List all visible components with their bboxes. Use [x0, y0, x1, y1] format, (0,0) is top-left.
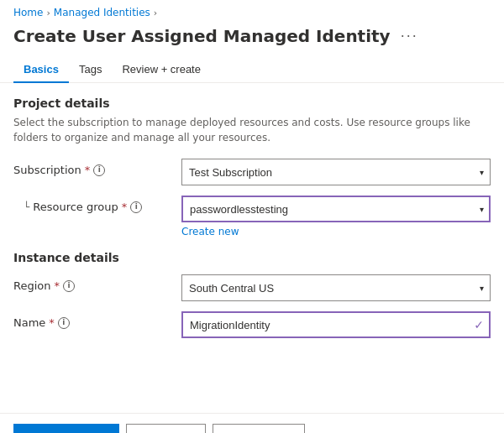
tab-review-create[interactable]: Review + create [112, 56, 211, 82]
subscription-label: Subscription * i [13, 164, 181, 176]
name-label-col: Name * i [13, 311, 181, 329]
subscription-select-wrapper: Test Subscription ▾ [181, 159, 491, 185]
subscription-control: Test Subscription ▾ [181, 159, 491, 185]
resource-group-label-col: Resource group * i [13, 196, 181, 213]
name-input[interactable] [181, 311, 491, 338]
next-button[interactable]: Next : Tags > [213, 424, 305, 433]
name-group: Name * i ✓ [13, 311, 491, 338]
breadcrumb: Home › Managed Identities › [0, 0, 504, 22]
create-new-link[interactable]: Create new [181, 226, 239, 237]
previous-button[interactable]: < Previous [126, 424, 207, 433]
subscription-group: Subscription * i Test Subscription ▾ [13, 159, 491, 185]
subscription-label-col: Subscription * i [13, 159, 181, 176]
more-options-button[interactable]: ··· [397, 25, 422, 46]
breadcrumb-sep-1: › [46, 8, 50, 18]
region-select[interactable]: South Central US [181, 274, 491, 301]
region-control: South Central US ▾ [181, 274, 491, 301]
resource-group-label: Resource group * i [33, 201, 142, 213]
name-info-icon[interactable]: i [58, 317, 70, 329]
section-divider: Instance details [13, 251, 491, 264]
rg-control: passwordlesstesting ▾ Create new [181, 196, 491, 237]
resource-group-indent: Resource group * i [13, 201, 142, 213]
instance-details-title: Instance details [13, 251, 491, 264]
rg-required: * [122, 201, 128, 213]
tab-basics[interactable]: Basics [13, 56, 69, 82]
subscription-select[interactable]: Test Subscription [181, 159, 491, 185]
tabs-container: Basics Tags Review + create [0, 56, 504, 83]
breadcrumb-sep-2: › [154, 8, 157, 18]
page-title: Create User Assigned Managed Identity [13, 26, 391, 46]
rg-info-icon[interactable]: i [130, 201, 142, 213]
resource-group-select[interactable]: passwordlesstesting [181, 196, 491, 222]
page-header: Create User Assigned Managed Identity ··… [0, 22, 504, 56]
project-details-title: Project details [13, 97, 491, 110]
breadcrumb-home[interactable]: Home [13, 7, 43, 18]
region-label: Region * i [13, 279, 181, 292]
region-info-icon[interactable]: i [63, 280, 75, 292]
resource-group-group: Resource group * i passwordlesstesting ▾… [13, 196, 491, 237]
tab-tags[interactable]: Tags [69, 56, 112, 82]
content-area: Project details Select the subscription … [0, 83, 504, 338]
review-create-button[interactable]: Review + create [13, 424, 119, 433]
region-group: Region * i South Central US ▾ [13, 274, 491, 301]
footer: Review + create < Previous Next : Tags > [0, 413, 504, 433]
region-select-wrapper: South Central US ▾ [181, 274, 491, 301]
name-input-wrapper: ✓ [181, 311, 491, 338]
name-required: * [49, 316, 55, 329]
rg-select-wrapper: passwordlesstesting ▾ [181, 196, 491, 222]
region-label-col: Region * i [13, 274, 181, 292]
subscription-info-icon[interactable]: i [93, 164, 105, 176]
region-required: * [55, 279, 60, 292]
breadcrumb-managed-identities[interactable]: Managed Identities [54, 7, 150, 18]
main-content: Project details Select the subscription … [0, 83, 504, 433]
project-details-description: Select the subscription to manage deploy… [13, 115, 491, 145]
name-label: Name * i [13, 316, 181, 329]
subscription-required: * [85, 164, 91, 176]
name-control: ✓ [181, 311, 491, 338]
